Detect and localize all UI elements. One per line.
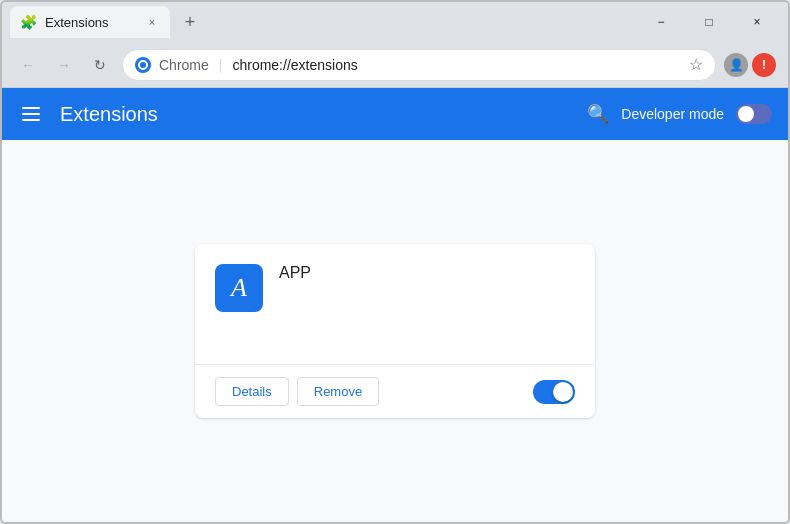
forward-button[interactable]: →	[50, 51, 78, 79]
app-icon-letter: A	[231, 273, 247, 303]
error-icon[interactable]: !	[752, 53, 776, 77]
back-button[interactable]: ←	[14, 51, 42, 79]
tab-favicon: 🧩	[20, 14, 37, 30]
url-bar[interactable]: Chrome | chrome://extensions ☆	[122, 49, 716, 81]
tab-close-button[interactable]: ×	[144, 14, 160, 30]
minimize-button[interactable]: −	[638, 6, 684, 38]
extensions-page-title: Extensions	[60, 103, 158, 126]
title-bar: 🧩 Extensions × + − □ ×	[2, 2, 788, 42]
extension-toggle[interactable]	[533, 380, 575, 404]
address-bar: ← → ↻ Chrome | chrome://extensions ☆ 👤 !	[2, 42, 788, 88]
active-tab[interactable]: 🧩 Extensions ×	[10, 6, 170, 38]
maximize-button[interactable]: □	[686, 6, 732, 38]
refresh-button[interactable]: ↻	[86, 51, 114, 79]
extensions-header: Extensions 🔍 Developer mode	[2, 88, 788, 140]
app-name: APP	[279, 264, 311, 282]
browser-window: 🧩 Extensions × + − □ × ← → ↻ Chrome | ch…	[0, 0, 790, 524]
new-tab-button[interactable]: +	[176, 8, 204, 36]
bookmark-icon[interactable]: ☆	[689, 55, 703, 74]
header-right: 🔍 Developer mode	[587, 103, 772, 125]
main-content: 🔍 PC risk.com A APP Details Remove	[2, 140, 788, 522]
app-icon: A	[215, 264, 263, 312]
toolbar-icons: 👤 !	[724, 53, 776, 77]
url-separator: |	[219, 57, 223, 73]
extension-toggle-knob	[553, 382, 573, 402]
card-body: A APP	[195, 244, 595, 364]
developer-mode-toggle[interactable]	[736, 104, 772, 124]
window-controls: − □ ×	[638, 6, 780, 38]
url-right-icons: ☆	[689, 55, 703, 74]
details-button[interactable]: Details	[215, 377, 289, 406]
site-favicon	[135, 57, 151, 73]
close-button[interactable]: ×	[734, 6, 780, 38]
tab-title: Extensions	[45, 15, 136, 30]
search-icon[interactable]: 🔍	[587, 103, 609, 125]
card-footer: Details Remove	[195, 364, 595, 418]
developer-mode-label: Developer mode	[621, 106, 724, 122]
hamburger-menu[interactable]	[18, 103, 44, 125]
app-info: APP	[279, 264, 311, 282]
url-path: chrome://extensions	[232, 57, 357, 73]
chrome-label: Chrome	[159, 57, 209, 73]
profile-icon[interactable]: 👤	[724, 53, 748, 77]
extension-card: A APP Details Remove	[195, 244, 595, 418]
remove-button[interactable]: Remove	[297, 377, 379, 406]
toggle-knob	[738, 106, 754, 122]
